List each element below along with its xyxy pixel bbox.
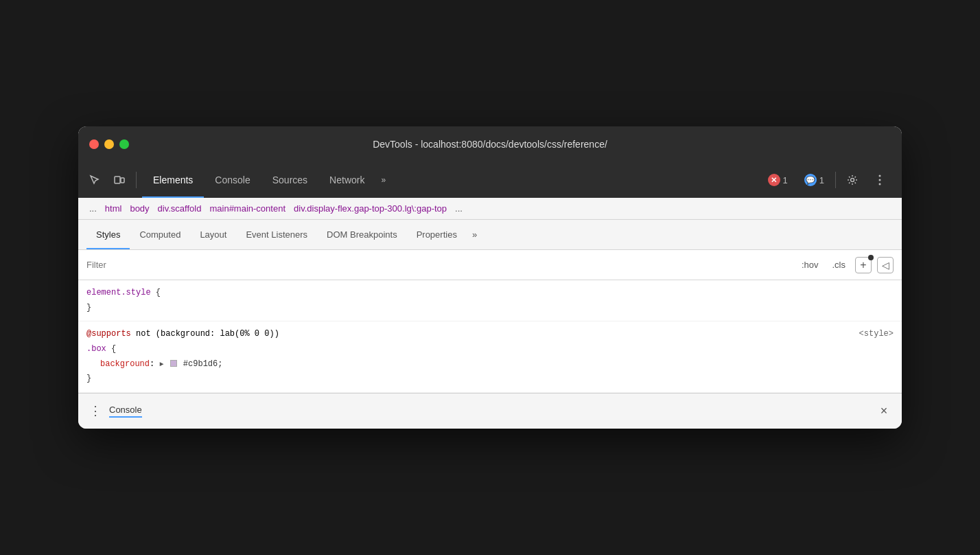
- subtab-dom-breakpoints[interactable]: DOM Breakpoints: [317, 219, 407, 249]
- subtab-properties[interactable]: Properties: [407, 219, 467, 249]
- hov-button[interactable]: :hov: [797, 257, 823, 273]
- css-value-text: #c9b1d6;: [183, 359, 223, 369]
- error-badge-button[interactable]: ✕ 1: [762, 171, 793, 189]
- subtab-computed[interactable]: Computed: [130, 219, 190, 249]
- css-box-selector: .box: [86, 344, 111, 354]
- error-count: 1: [783, 175, 788, 185]
- devtools-toolbar: Elements Console Sources Network » ✕ 1 💬: [78, 162, 902, 198]
- css-property-line: background: ► #c9b1d6;: [86, 357, 894, 372]
- message-badge-button[interactable]: 💬 1: [799, 171, 830, 189]
- device-toggle-icon[interactable]: [108, 169, 130, 191]
- breadcrumb-start-ellipsis[interactable]: ...: [86, 202, 100, 215]
- console-drawer-close-button[interactable]: ×: [874, 401, 894, 420]
- filter-input[interactable]: [86, 260, 797, 270]
- breadcrumb-html[interactable]: html: [102, 202, 125, 215]
- message-icon: 💬: [804, 174, 817, 186]
- tab-elements[interactable]: Elements: [142, 162, 204, 198]
- inspect-icon[interactable]: [84, 169, 106, 191]
- subtab-layout[interactable]: Layout: [190, 219, 236, 249]
- close-button[interactable]: [89, 139, 99, 149]
- svg-rect-1: [121, 178, 124, 183]
- toolbar-tabs: Elements Console Sources Network »: [142, 162, 760, 198]
- breadcrumb-bar: ... html body div.scaffold main#main-con…: [78, 198, 902, 220]
- message-count: 1: [819, 175, 824, 185]
- traffic-lights: [89, 139, 129, 149]
- filter-actions: :hov .cls + ◁: [797, 257, 894, 273]
- css-rule-supports: <style> @supports not (background: lab(0…: [78, 321, 902, 392]
- tab-sources[interactable]: Sources: [261, 162, 318, 198]
- css-expand-arrow[interactable]: ►: [159, 361, 163, 368]
- layout-toggle-button[interactable]: ◁: [877, 257, 894, 273]
- tab-console[interactable]: Console: [204, 162, 261, 198]
- toolbar-divider-2: [835, 172, 836, 188]
- css-supports-close-brace: }: [86, 372, 894, 387]
- more-tabs-button[interactable]: »: [375, 172, 391, 188]
- css-selector-text: element.style: [86, 288, 156, 297]
- css-source-label[interactable]: <style>: [859, 327, 894, 342]
- svg-point-2: [851, 179, 854, 182]
- subtab-styles[interactable]: Styles: [86, 219, 130, 249]
- breadcrumb-div-flex[interactable]: div.display-flex.gap-top-300.lg\:gap-top: [291, 202, 450, 215]
- devtools-window: DevTools - localhost:8080/docs/devtools/…: [78, 126, 902, 429]
- console-drawer: ⋮ Console ×: [78, 393, 902, 429]
- css-close-brace: }: [86, 301, 894, 316]
- css-supports-text: @supports: [86, 329, 136, 339]
- error-icon: ✕: [768, 174, 780, 186]
- window-title: DevTools - localhost:8080/docs/devtools/…: [373, 139, 607, 150]
- css-panel: element.style { } <style> @supports not …: [78, 280, 902, 393]
- tab-network[interactable]: Network: [318, 162, 375, 198]
- titlebar: DevTools - localhost:8080/docs/devtools/…: [78, 126, 902, 162]
- add-style-button[interactable]: +: [855, 257, 872, 273]
- breadcrumb-main[interactable]: main#main-content: [207, 202, 288, 215]
- css-selector-line: element.style {: [86, 286, 894, 301]
- settings-icon[interactable]: [841, 169, 863, 191]
- more-options-icon[interactable]: [869, 169, 891, 191]
- toolbar-right: ✕ 1 💬 1: [762, 169, 896, 191]
- breadcrumb-div-scaffold[interactable]: div.scaffold: [155, 202, 205, 215]
- subtab-more-button[interactable]: »: [467, 219, 482, 249]
- cls-button[interactable]: .cls: [828, 257, 850, 273]
- subtab-event-listeners[interactable]: Event Listeners: [236, 219, 317, 249]
- css-prop-background: background: [100, 359, 150, 369]
- maximize-button[interactable]: [119, 139, 129, 149]
- console-drawer-menu-icon[interactable]: ⋮: [86, 400, 104, 421]
- svg-point-3: [879, 175, 881, 177]
- toolbar-divider-1: [136, 172, 137, 188]
- css-box-selector-line: .box {: [86, 342, 894, 357]
- filter-bar: :hov .cls + ◁: [78, 250, 902, 280]
- svg-point-5: [879, 183, 881, 185]
- breadcrumb-end-ellipsis[interactable]: ...: [452, 202, 465, 215]
- console-drawer-tab[interactable]: Console: [109, 405, 142, 418]
- subtabs-bar: Styles Computed Layout Event Listeners D…: [78, 220, 902, 250]
- minimize-button[interactable]: [104, 139, 114, 149]
- css-rule-element-style: element.style { }: [78, 280, 902, 321]
- svg-point-4: [879, 179, 881, 181]
- css-supports-line: @supports not (background: lab(0% 0 0)): [86, 327, 894, 342]
- breadcrumb-body[interactable]: body: [127, 202, 152, 215]
- color-swatch[interactable]: [170, 360, 177, 367]
- svg-rect-0: [115, 177, 120, 183]
